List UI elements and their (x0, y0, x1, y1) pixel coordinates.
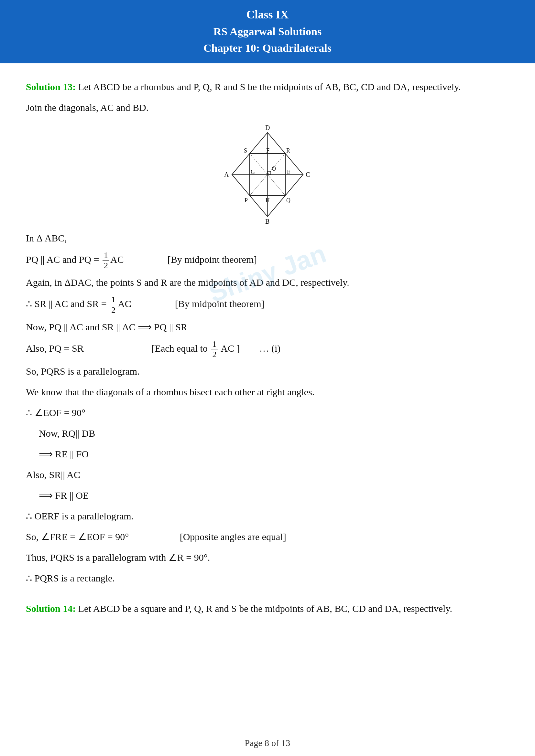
sr-bracket: [By midpoint theorem] (175, 298, 265, 309)
so-pqrs-para: So, PQRS is a parallelogram. (26, 363, 509, 380)
svg-text:B: B (265, 218, 269, 225)
solution-14-p1: Let ABCD be a square and P, Q, R and S b… (78, 603, 452, 614)
solution-13-p1: Let ABCD be a rhombus and P, Q, R and S … (76, 81, 461, 92)
solution-13-intro: Solution 13: Let ABCD be a rhombus and P… (26, 78, 509, 96)
svg-text:H: H (266, 197, 270, 203)
footer-text: Page 8 of 13 (245, 738, 291, 748)
fr-oe-line: ⟹ FR || OE (26, 487, 509, 504)
svg-text:P: P (244, 197, 248, 203)
pq-bracket: [By midpoint theorem] (168, 254, 257, 265)
eof-line: ∴ ∠EOF = 90° (26, 404, 509, 421)
svg-rect-6 (268, 171, 271, 175)
geometry-diagram: D B A C S F R G O E P H Q (212, 123, 323, 226)
pq-ac: AC (110, 254, 124, 265)
sr-ac: AC (118, 298, 131, 309)
again-line: Again, in ΔDAC, the points S and R are t… (26, 274, 509, 291)
svg-text:A: A (224, 171, 229, 178)
solution-13-label: Solution 13: (26, 81, 76, 92)
also-pq-text: Also, PQ = SR (26, 343, 84, 353)
svg-text:Q: Q (286, 197, 291, 203)
header-subtitle: RS Aggarwal Solutions (7, 23, 528, 40)
in-abc: In Δ ABC, (26, 230, 509, 247)
also-fraction: 12 (211, 339, 218, 360)
header-chapter: Chapter 10: Quadrilaterals (7, 40, 528, 56)
now-pq-sr: Now, PQ || AC and SR || AC ⟹ PQ || SR (26, 318, 509, 336)
we-know-para: We know that the diagonals of a rhombus … (26, 383, 509, 401)
header-title: Class IX (7, 6, 528, 23)
oerf-para: ∴ OERF is a parallelogram. (26, 507, 509, 525)
svg-text:F: F (266, 148, 269, 154)
so-fre-text: So, ∠FRE = ∠EOF = 90° (26, 531, 129, 542)
pq-text: PQ || AC and PQ = (26, 254, 101, 265)
so-fre-bracket: [Opposite angles are equal] (180, 531, 286, 542)
svg-text:O: O (272, 166, 276, 172)
svg-text:D: D (265, 124, 270, 131)
svg-text:G: G (251, 169, 255, 175)
page-header: Class IX RS Aggarwal Solutions Chapter 1… (0, 0, 535, 63)
sr-text: ∴ SR || AC and SR = (26, 298, 109, 309)
now-rq-line: Now, RQ|| DB (26, 425, 509, 442)
also-bracket-start: [Each equal to (152, 343, 208, 353)
thus-line: Thus, PQRS is a parallelogram with ∠R = … (26, 549, 509, 566)
solution-13-p2: Join the diagonals, AC and BD. (26, 99, 509, 116)
svg-text:E: E (287, 169, 291, 175)
page-footer: Page 8 of 13 (0, 738, 535, 748)
svg-text:R: R (286, 148, 290, 154)
sr-midpoint-line: ∴ SR || AC and SR = 12AC [By midpoint th… (26, 294, 509, 315)
diagram-container: D B A C S F R G O E P H Q (26, 123, 509, 226)
main-content: Solution 13: Let ABCD be a rhombus and P… (0, 63, 535, 640)
also-pq-sr: Also, PQ = SR [Each equal to 12 AC ] … (… (26, 339, 509, 360)
pq-fraction: 12 (102, 250, 109, 271)
so-fre-line: So, ∠FRE = ∠EOF = 90° [Opposite angles a… (26, 528, 509, 546)
therefore-line: ∴ PQRS is a rectangle. (26, 570, 509, 587)
solution-14-label: Solution 14: (26, 603, 78, 614)
solution-14-intro: Solution 14: Let ABCD be a square and P,… (26, 600, 509, 617)
pq-midpoint-line: PQ || AC and PQ = 12AC [By midpoint theo… (26, 250, 509, 271)
re-fo-line: ⟹ RE || FO (26, 446, 509, 463)
also-sr-line: Also, SR|| AC (26, 466, 509, 483)
also-ac: AC ] (221, 343, 240, 353)
svg-text:S: S (244, 148, 247, 154)
svg-text:C: C (306, 171, 310, 178)
sr-fraction: 12 (110, 294, 117, 315)
also-i: … (i) (259, 343, 280, 353)
